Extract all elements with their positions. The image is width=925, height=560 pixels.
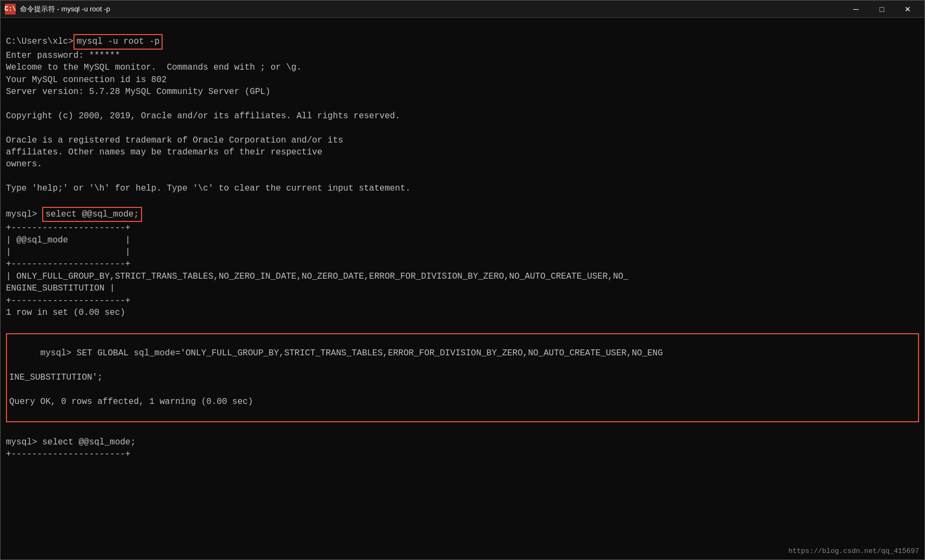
set-global-command-block: mysql> SET GLOBAL sql_mode='ONLY_FULL_GR… [6, 333, 919, 422]
sql-mode-value-1: | ONLY_FULL_GROUP_BY,STRICT_TRANS_TABLES… [6, 271, 919, 282]
titlebar: C:\ 命令提示符 - mysql -u root -p ─ □ ✕ [1, 1, 924, 18]
mysql-prompt-2: mysql> select @@sql_mode; [6, 436, 136, 448]
blank-line-3 [6, 122, 919, 134]
window-controls: ─ □ ✕ [843, 1, 920, 17]
blank-line-5 [6, 194, 919, 206]
oracle-trademark-3: owners. [6, 158, 919, 170]
sql-mode-value-2: ENGINE_SUBSTITUTION | [6, 282, 919, 294]
watermark: https://blog.csdn.net/qq_415697 [788, 546, 919, 556]
table-pipe-line: | | [6, 246, 919, 258]
connection-id-line: Your MySQL connection id is 802 [6, 74, 919, 86]
oracle-trademark-2: affiliates. Other names may be trademark… [6, 146, 919, 158]
mysql-prompt-1: mysql> [6, 208, 42, 220]
oracle-trademark-1: Oracle is a registered trademark of Orac… [6, 134, 919, 146]
app-icon: C:\ [5, 4, 16, 15]
blank-line-6 [6, 319, 919, 330]
maximize-button[interactable]: □ [869, 1, 894, 17]
welcome-line: Welcome to the MySQL monitor. Commands e… [6, 62, 919, 73]
copyright-line: Copyright (c) 2000, 2019, Oracle and/or … [6, 110, 919, 122]
table-pipe: | | [6, 246, 130, 258]
table-bottom-border-2: +----------------------+ [6, 448, 919, 460]
table-header: | @@sql_mode | [6, 234, 919, 246]
blank-line-2 [6, 98, 919, 110]
server-version-line: Server version: 5.7.28 MySQL Community S… [6, 86, 919, 98]
password-line: Enter password: ****** [6, 50, 919, 62]
minimize-button[interactable]: ─ [843, 1, 868, 17]
table-bottom-border: +----------------------+ [6, 295, 919, 307]
row-count-line: 1 row in set (0.00 sec) [6, 307, 919, 319]
select-command-box: select @@sql_mode; [42, 207, 142, 222]
terminal-body[interactable]: C:\Users\xlc>mysql -u root -p Enter pass… [1, 18, 924, 559]
blank-line-7 [6, 424, 919, 436]
window-title: 命令提示符 - mysql -u root -p [20, 4, 843, 14]
prompt-path: C:\Users\xlc> [6, 36, 73, 48]
set-query-ok-line: Query OK, 0 rows affected, 1 warning (0.… [9, 397, 253, 407]
login-command-line: C:\Users\xlc>mysql -u root -p [6, 34, 919, 49]
select-command-line: mysql> select @@sql_mode; [6, 207, 919, 222]
blank-line-4 [6, 171, 919, 183]
table-top-border: +----------------------+ [6, 222, 919, 234]
terminal-window: C:\ 命令提示符 - mysql -u root -p ─ □ ✕ C:\Us… [0, 0, 925, 560]
table-mid-border: +----------------------+ [6, 258, 919, 270]
close-button[interactable]: ✕ [895, 1, 920, 17]
help-line: Type 'help;' or '\h' for help. Type '\c'… [6, 183, 919, 194]
select-command-line-2: mysql> select @@sql_mode; [6, 436, 919, 448]
blank-line-1 [6, 22, 919, 34]
login-command-box: mysql -u root -p [73, 34, 163, 49]
set-command-line-2: INE_SUBSTITUTION'; [9, 373, 103, 382]
set-command-line-1: mysql> SET GLOBAL sql_mode='ONLY_FULL_GR… [41, 348, 663, 358]
